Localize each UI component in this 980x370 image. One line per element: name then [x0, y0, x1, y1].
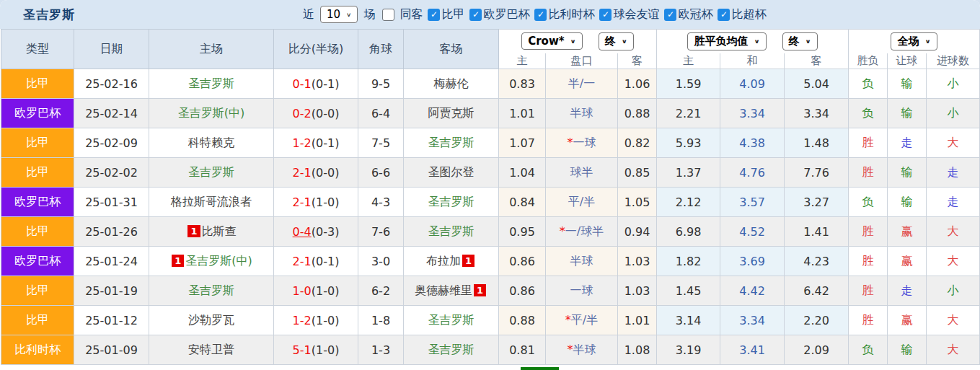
asian-home-odds: 0.86 [499, 247, 546, 276]
handicap-result-cell: 赢 [888, 306, 927, 335]
checkbox[interactable]: ✓ [599, 9, 612, 21]
checkbox[interactable]: ✓ [718, 9, 730, 21]
asian-time-select[interactable]: 终∨ [599, 32, 634, 50]
halftime-score: (0-0) [312, 166, 340, 180]
checkbox[interactable]: ✓ [428, 9, 440, 21]
home-team-name: 圣吉罗斯 [188, 283, 234, 297]
halftime-score: (1-0) [312, 343, 340, 357]
home-team-cell: 圣吉罗斯(中) [149, 99, 274, 128]
asian-home-odds: 1.07 [499, 128, 546, 158]
corners-cell: 4-3 [358, 188, 404, 217]
away-team-name: 布拉加 [426, 254, 461, 268]
recent-label: 近 [303, 7, 314, 22]
euro-draw-odds: 4.52 [720, 217, 785, 247]
match-history-table: 类型 日期 主场 比分(半场) 角球 客场 Crow*∨ 终∨ 胜平负均值∨ 终… [1, 29, 980, 365]
euro-away-odds: 2.20 [785, 306, 849, 335]
euro-away-odds: 7.76 [785, 158, 849, 188]
match-date: 25-02-02 [74, 158, 149, 188]
result-cell: 胜 [849, 276, 888, 306]
checkbox[interactable]: ✓ [664, 9, 676, 21]
same-venue-checkbox[interactable] [382, 9, 394, 21]
match-date: 25-01-24 [74, 247, 149, 276]
fulltime-score: 1-0 [293, 284, 312, 298]
handicap-value: 半球 [570, 106, 593, 120]
euro-away-odds: 1.41 [785, 217, 849, 247]
euro-draw-odds: 3.34 [720, 306, 785, 335]
checkbox[interactable]: ✓ [534, 9, 547, 21]
euro-away-odds: 3.27 [785, 188, 849, 217]
away-team-name: 圣吉罗斯 [428, 136, 474, 149]
league-filter-label: 欧冠杯 [678, 7, 712, 22]
table-row: 欧罗巴杯25-02-14圣吉罗斯(中)0-2(0-0)6-4阿贾克斯1.01半球… [1, 99, 980, 128]
match-rows: 比甲25-02-16圣吉罗斯0-1(0-1)9-5梅赫伦0.83半/一1.061… [1, 69, 980, 365]
corners-cell: 6-6 [358, 158, 404, 188]
halftime-score: (1-0) [312, 195, 340, 209]
league-filter[interactable]: ✓比甲 [428, 7, 464, 22]
checkbox[interactable]: ✓ [469, 9, 482, 21]
handicap-star: * [568, 136, 573, 149]
league-filter[interactable]: ✓欧罗巴杯 [469, 7, 529, 22]
asian-home-odds: 0.84 [499, 188, 546, 217]
euro-away-odds: 6.42 [785, 276, 849, 306]
home-team-cell: 沙勒罗瓦 [149, 306, 274, 335]
league-badge: 比甲 [1, 69, 74, 99]
away-team-cell: 圣吉罗斯 [404, 335, 499, 365]
euro-draw-odds: 4.38 [720, 128, 785, 158]
chevron-down-icon: ∨ [805, 38, 811, 45]
home-team-cell: 圣吉罗斯 [149, 276, 274, 306]
home-team-cell: 1比斯查 [149, 217, 274, 247]
halftime-score: (1-0) [312, 314, 340, 327]
recent-count-select[interactable]: 10∨ [320, 6, 358, 23]
league-filter[interactable]: ✓球会友谊 [599, 7, 659, 22]
away-team-name: 圣吉罗斯 [428, 313, 474, 327]
handicap-cell: *半球 [546, 335, 618, 365]
match-date: 25-01-31 [74, 188, 149, 217]
euro-home-odds: 1.82 [657, 247, 720, 276]
scope-select[interactable]: 全场∨ [891, 32, 937, 50]
asian-company-select[interactable]: Crow*∨ [521, 32, 583, 50]
asian-home-odds: 0.81 [499, 335, 546, 365]
result-cell: 胜 [849, 306, 888, 335]
away-team-cell: 梅赫伦 [404, 69, 499, 99]
col-header-corners: 角球 [358, 30, 404, 69]
euro-away-odds: 2.09 [785, 335, 849, 365]
chevron-down-icon: ∨ [570, 38, 576, 45]
subheader-euro-away: 客 [785, 53, 849, 69]
euro-home-odds: 3.14 [657, 306, 720, 335]
europe-time-select[interactable]: 终∨ [782, 32, 818, 50]
filters-group: 近 10∨ 场 同客 ✓比甲✓欧罗巴杯✓比利时杯✓球会友谊✓欧冠杯✓比超杯 [303, 0, 766, 29]
home-team-name: 圣吉罗斯 [188, 165, 234, 179]
asian-away-odds: 1.03 [618, 276, 657, 306]
match-date: 25-02-16 [74, 69, 149, 99]
halftime-score: (0-1) [312, 255, 340, 268]
league-filter[interactable]: ✓比利时杯 [534, 7, 594, 22]
halftime-score: (1-0) [312, 284, 340, 298]
result-cell: 胜 [849, 158, 888, 188]
result-cell: 胜 [849, 128, 888, 158]
corners-cell: 9-5 [358, 69, 404, 99]
euro-home-odds: 2.12 [657, 188, 720, 217]
europe-company-select[interactable]: 胜平负均值∨ [687, 32, 766, 50]
euro-draw-odds: 3.57 [720, 188, 785, 217]
table-row: 比甲25-02-02圣吉罗斯2-1(0-0)6-6圣图尔登1.04球半0.851… [1, 158, 980, 188]
handicap-result-cell: 输 [888, 69, 927, 99]
recent-count-value: 10 [327, 8, 340, 21]
league-badge: 欧罗巴杯 [1, 99, 74, 128]
away-team-cell: 圣吉罗斯 [404, 128, 499, 158]
asian-away-odds: 0.82 [618, 128, 657, 158]
fulltime-score: 5-1 [293, 343, 312, 357]
asian-time-value: 终 [605, 35, 616, 48]
handicap-cell: 一球 [546, 276, 618, 306]
red-card-badge: 1 [172, 255, 184, 267]
asian-away-odds: 1.05 [618, 188, 657, 217]
subheader-goals: 进球数 [927, 53, 980, 69]
col-header-away: 客场 [404, 30, 499, 69]
handicap-cell: 半球 [546, 247, 618, 276]
fulltime-score[interactable]: 0-4 [293, 225, 312, 239]
league-filter[interactable]: ✓欧冠杯 [664, 7, 712, 22]
home-team-cell: 1圣吉罗斯(中) [149, 247, 274, 276]
table-row: 比利时杯25-01-09安特卫普5-1(1-0)1-3圣吉罗斯0.81*半球1.… [1, 335, 980, 365]
home-team-cell: 圣吉罗斯 [149, 69, 274, 99]
league-filter[interactable]: ✓比超杯 [718, 7, 766, 22]
league-filter-label: 比甲 [441, 7, 464, 22]
